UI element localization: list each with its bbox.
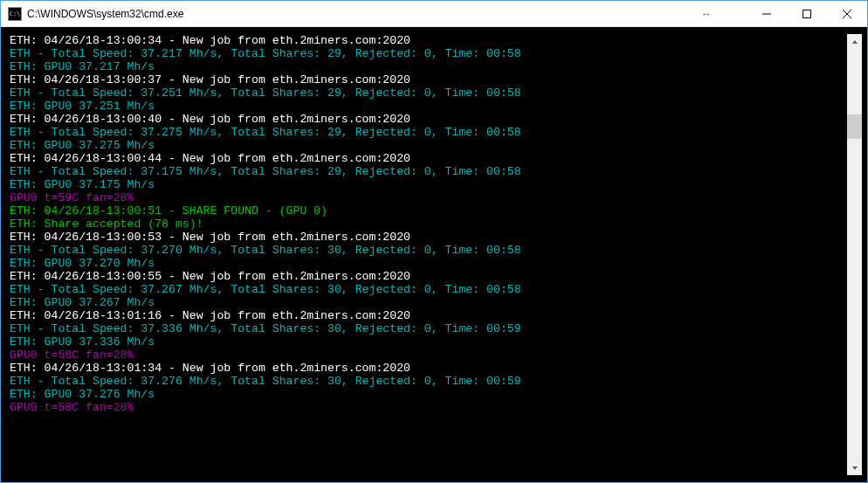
console-output[interactable]: ETH: 04/26/18-13:00:34 - New job from et…: [10, 34, 847, 475]
console-line: ETH: GPU0 37.276 Mh/s: [10, 388, 155, 401]
console-body: ETH: 04/26/18-13:00:34 - New job from et…: [1, 27, 867, 482]
svg-rect-1: [803, 10, 811, 18]
console-line: ETH - Total Speed: 37.251 Mh/s, Total Sh…: [10, 86, 521, 100]
svg-marker-4: [852, 40, 858, 44]
scrollbar-track[interactable]: [847, 49, 862, 460]
minimize-button[interactable]: [747, 1, 787, 27]
console-line: ETH: GPU0 37.217 Mh/s: [10, 60, 155, 73]
resize-arrow-icon: ↔: [692, 8, 747, 20]
cmd-window: C:\ C:\WINDOWS\system32\cmd.exe ↔ ETH: 0…: [0, 0, 868, 483]
scroll-down-button[interactable]: [847, 460, 862, 475]
vertical-scrollbar[interactable]: [847, 34, 862, 475]
console-line: ETH: GPU0 37.275 Mh/s: [10, 139, 155, 152]
console-line: ETH - Total Speed: 37.217 Mh/s, Total Sh…: [10, 47, 521, 60]
console-line: ETH - Total Speed: 37.270 Mh/s, Total Sh…: [10, 244, 521, 257]
maximize-button[interactable]: [787, 1, 827, 27]
titlebar[interactable]: C:\ C:\WINDOWS\system32\cmd.exe ↔: [1, 1, 867, 27]
console-line: ETH: Share accepted (78 ms)!: [10, 217, 203, 231]
console-line: ETH: GPU0 37.267 Mh/s: [10, 296, 155, 309]
chevron-up-icon: [851, 38, 858, 45]
window-title: C:\WINDOWS\system32\cmd.exe: [27, 8, 692, 20]
console-line: ETH: 04/26/18-13:00:51 - SHARE FOUND - (…: [10, 204, 327, 217]
scrollbar-thumb[interactable]: [847, 114, 862, 139]
cmd-icon: C:\: [8, 7, 22, 21]
console-line: ETH: 04/26/18-13:00:53 - New job from et…: [10, 231, 410, 244]
console-line: GPU0 t=58C fan=28%: [10, 348, 134, 362]
chevron-down-icon: [851, 465, 858, 472]
console-line: ETH: 04/26/18-13:00:34 - New job from et…: [10, 34, 410, 47]
console-line: GPU0 t=59C fan=28%: [10, 191, 134, 204]
window-controls: [747, 1, 867, 26]
console-line: ETH: 04/26/18-13:01:34 - New job from et…: [10, 362, 410, 375]
console-line: ETH: GPU0 37.336 Mh/s: [10, 335, 155, 348]
console-line: ETH: 04/26/18-13:01:16 - New job from et…: [10, 309, 410, 322]
console-line: ETH: GPU0 37.270 Mh/s: [10, 257, 155, 270]
console-line: ETH - Total Speed: 37.267 Mh/s, Total Sh…: [10, 283, 521, 296]
console-line: ETH: 04/26/18-13:00:40 - New job from et…: [10, 113, 410, 126]
console-line: ETH - Total Speed: 37.336 Mh/s, Total Sh…: [10, 322, 521, 335]
maximize-icon: [803, 10, 811, 18]
scroll-up-button[interactable]: [847, 34, 862, 49]
svg-marker-5: [852, 466, 858, 470]
console-line: ETH - Total Speed: 37.276 Mh/s, Total Sh…: [10, 375, 521, 388]
console-line: ETH: 04/26/18-13:00:37 - New job from et…: [10, 73, 410, 86]
console-line: ETH: 04/26/18-13:00:44 - New job from et…: [10, 152, 410, 165]
console-line: ETH: GPU0 37.251 Mh/s: [10, 100, 155, 113]
console-line: GPU0 t=58C fan=28%: [10, 401, 134, 414]
console-line: ETH - Total Speed: 37.275 Mh/s, Total Sh…: [10, 126, 521, 139]
close-button[interactable]: [827, 1, 867, 27]
console-line: ETH - Total Speed: 37.175 Mh/s, Total Sh…: [10, 165, 521, 178]
minimize-icon: [762, 10, 771, 18]
close-icon: [843, 10, 851, 18]
console-line: ETH: GPU0 37.175 Mh/s: [10, 178, 155, 191]
console-line: ETH: 04/26/18-13:00:55 - New job from et…: [10, 270, 410, 283]
